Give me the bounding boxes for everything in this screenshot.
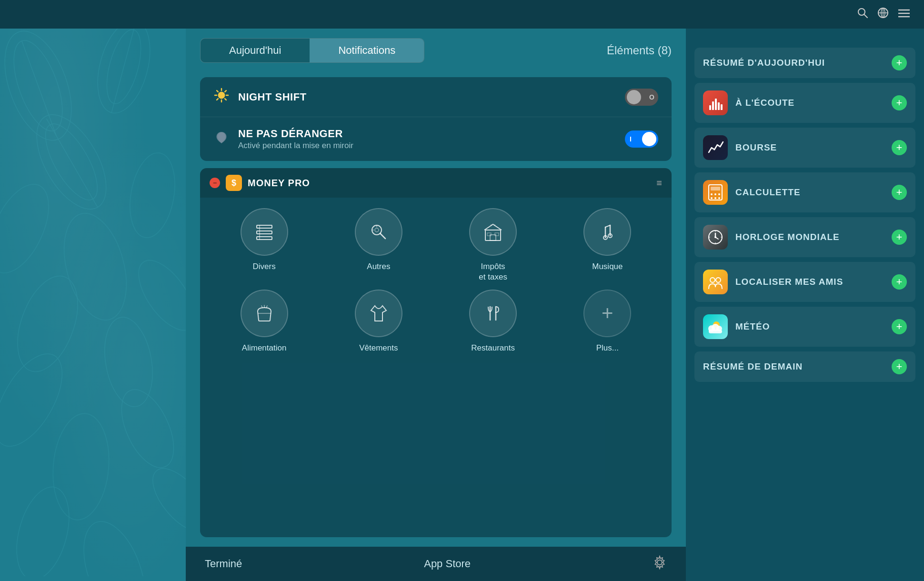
svg-point-29 xyxy=(72,513,157,576)
svg-rect-93 xyxy=(709,330,722,333)
svg-point-30 xyxy=(218,92,225,99)
widget-item-vetements[interactable]: Vêtements xyxy=(325,290,432,353)
widget-close-button[interactable]: − xyxy=(210,178,220,188)
widget-menu-icon[interactable]: ≡ xyxy=(656,178,662,189)
night-shift-text: NIGHT SHIFT xyxy=(238,91,616,103)
done-button[interactable]: Terminé xyxy=(205,558,242,570)
svg-line-36 xyxy=(225,99,226,100)
right-item-label: MÉTÉO xyxy=(735,321,884,332)
night-shift-toggle[interactable]: O xyxy=(625,89,658,106)
right-item-bourse[interactable]: BOURSE + xyxy=(694,128,915,168)
svg-point-88 xyxy=(716,278,721,282)
widget-item-label: Impôts et taxes xyxy=(479,261,507,282)
svg-line-37 xyxy=(225,90,226,92)
widget-item-autres[interactable]: Autres xyxy=(325,208,432,282)
search-icon[interactable] xyxy=(857,8,868,21)
money-pro-widget: − $ MONEY PRO ≡ xyxy=(200,168,672,537)
right-item-meteo[interactable]: MÉTÉO + xyxy=(694,307,915,347)
right-item-horloge[interactable]: HORLOGE MONDIALE + xyxy=(694,217,915,257)
widget-header: − $ MONEY PRO ≡ xyxy=(200,168,672,198)
add-button[interactable]: + xyxy=(892,185,907,200)
add-button[interactable]: + xyxy=(892,274,907,290)
svg-line-14 xyxy=(111,29,135,113)
svg-rect-50 xyxy=(485,230,501,240)
right-item-label: RÉSUMÉ DE DEMAIN xyxy=(703,361,884,372)
right-item-ecoute[interactable]: À L'ÉCOUTE + xyxy=(694,83,915,123)
widget-item-divers[interactable]: Divers xyxy=(211,208,318,282)
svg-text:$: $ xyxy=(231,178,236,188)
widget-item-icon xyxy=(583,208,631,256)
right-item-label: BOURSE xyxy=(735,142,884,153)
tab-notifications[interactable]: Notifications xyxy=(310,39,424,62)
widget-item-icon xyxy=(469,208,517,256)
svg-rect-72 xyxy=(711,187,720,190)
night-shift-icon xyxy=(213,88,230,106)
add-button[interactable]: + xyxy=(892,140,907,155)
sidebar xyxy=(0,29,186,581)
svg-line-17 xyxy=(47,119,98,207)
add-button[interactable]: + xyxy=(892,319,907,334)
svg-line-38 xyxy=(217,99,218,100)
add-button[interactable]: + xyxy=(892,95,907,110)
widget-item-label: Musique xyxy=(592,261,623,272)
widget-item-label: Alimentation xyxy=(242,343,287,353)
add-button[interactable]: + xyxy=(892,55,907,70)
svg-point-19 xyxy=(0,175,61,282)
svg-point-47 xyxy=(375,228,379,232)
svg-point-20 xyxy=(53,206,137,327)
widget-item-label: Autres xyxy=(367,261,390,272)
widget-item-impots[interactable]: Impôts et taxes xyxy=(440,208,547,282)
widget-item-label: Vêtements xyxy=(359,343,398,353)
right-item-calculette[interactable]: CALCULETTE + xyxy=(694,172,915,212)
tab-today[interactable]: Aujourd'hui xyxy=(201,39,310,62)
gear-icon[interactable] xyxy=(653,555,667,573)
widget-item-label: Plus... xyxy=(596,343,619,353)
svg-point-23 xyxy=(98,313,159,411)
widget-item-icon xyxy=(241,290,288,337)
elements-count: Éléments (8) xyxy=(607,44,672,57)
widget-item-restaurants[interactable]: Restaurants xyxy=(440,290,547,353)
right-item-label: À L'ÉCOUTE xyxy=(735,98,884,108)
right-item-label: RÉSUMÉ D'AUJOURD'HUI xyxy=(703,58,884,68)
svg-point-73 xyxy=(711,193,713,195)
svg-rect-53 xyxy=(495,233,499,236)
widget-plus-icon: + xyxy=(583,290,631,337)
right-item-localiser[interactable]: LOCALISER MES AMIS + xyxy=(694,262,915,302)
svg-line-35 xyxy=(217,90,218,92)
bourse-icon xyxy=(703,135,728,160)
svg-rect-41 xyxy=(257,225,272,228)
svg-point-76 xyxy=(711,197,713,199)
svg-point-82 xyxy=(714,236,716,238)
right-item-label: CALCULETTE xyxy=(735,187,884,198)
widget-item-icon xyxy=(355,208,402,256)
main-area: Aujourd'hui Notifications Éléments (8) xyxy=(0,29,924,581)
widget-grid: Divers Autres xyxy=(200,198,672,364)
svg-line-59 xyxy=(261,306,262,308)
globe-icon[interactable] xyxy=(877,7,889,21)
dnd-toggle-label: I xyxy=(630,135,632,143)
menu-icon[interactable] xyxy=(898,8,910,20)
svg-point-75 xyxy=(718,193,720,195)
right-item-resume-today[interactable]: RÉSUMÉ D'AUJOURD'HUI + xyxy=(694,48,915,78)
bottom-bar: Terminé App Store xyxy=(186,547,686,581)
dnd-toggle[interactable]: I xyxy=(625,130,658,148)
add-button[interactable]: + xyxy=(892,359,907,374)
widget-item-musique[interactable]: Musique xyxy=(554,208,661,282)
content-area: NIGHT SHIFT O xyxy=(186,68,686,547)
appstore-button[interactable]: App Store xyxy=(424,558,471,570)
svg-line-60 xyxy=(266,306,267,308)
widget-item-plus[interactable]: + Plus... xyxy=(554,290,661,353)
toggle-knob xyxy=(627,90,641,104)
svg-point-9 xyxy=(0,29,84,149)
add-button[interactable]: + xyxy=(892,230,907,245)
svg-rect-52 xyxy=(487,233,491,236)
svg-point-22 xyxy=(6,268,89,380)
widget-item-alimentation[interactable]: Alimentation xyxy=(211,290,318,353)
svg-point-74 xyxy=(714,193,716,195)
center-panel: Aujourd'hui Notifications Éléments (8) xyxy=(186,29,686,581)
widget-item-label: Restaurants xyxy=(471,343,515,353)
right-item-label: LOCALISER MES AMIS xyxy=(735,277,884,287)
dnd-title: NE PAS DÉRANGER xyxy=(238,128,616,140)
svg-point-12 xyxy=(89,29,159,119)
right-item-resume-tomorrow[interactable]: RÉSUMÉ DE DEMAIN + xyxy=(694,351,915,382)
